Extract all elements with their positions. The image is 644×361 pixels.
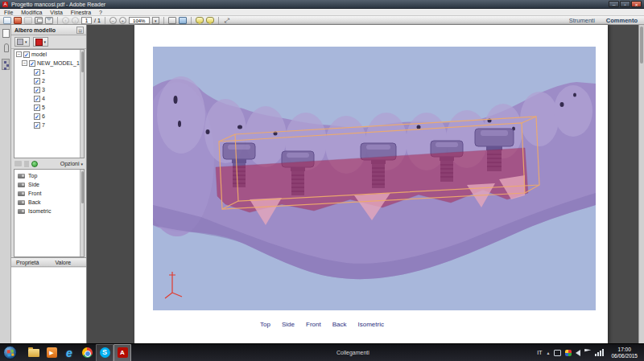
view-item-isometric[interactable]: Isometric	[14, 207, 84, 215]
tree-node-part[interactable]: ✓ 5	[14, 103, 84, 112]
trash-icon[interactable]	[24, 161, 29, 167]
menu-help[interactable]: ?	[99, 10, 102, 15]
tree-node-model[interactable]: − ✓ model	[14, 50, 84, 59]
media-player-taskbar-button[interactable]: ▶	[43, 344, 60, 361]
action-center-flag-icon[interactable]	[584, 349, 591, 356]
skype-taskbar-button[interactable]: S	[96, 344, 114, 361]
menu-finestra[interactable]: Finestra	[71, 10, 91, 15]
checkbox-checked-icon[interactable]: ✓	[34, 122, 40, 129]
panel-menu-icon[interactable]: ▤	[76, 27, 84, 34]
chevron-down-icon: ▾	[80, 162, 83, 166]
view-item-side[interactable]: Side	[14, 180, 84, 189]
checkbox-checked-icon[interactable]: ✓	[34, 69, 40, 76]
tree-node-part[interactable]: ✓ 2	[14, 76, 84, 85]
view-link-top[interactable]: Top	[260, 321, 270, 328]
security-tray-icon[interactable]	[565, 350, 572, 356]
display-tray-icon[interactable]	[554, 350, 561, 356]
shortcuts-toolbar-label[interactable]: Collegamenti	[336, 350, 369, 355]
title-bar[interactable]: A Progetto mancosi.pdf - Adobe Reader ─ …	[0, 0, 644, 9]
scrollbar-thumb[interactable]	[640, 27, 643, 64]
checkbox-checked-icon[interactable]: ✓	[34, 87, 40, 93]
tree-scrollbar[interactable]	[80, 50, 84, 158]
tree-node-part[interactable]: ✓ 3	[14, 85, 84, 94]
view-link-back[interactable]: Back	[332, 321, 347, 328]
explorer-taskbar-button[interactable]	[25, 344, 43, 361]
page-number-input[interactable]: 1	[81, 17, 92, 24]
checkbox-checked-icon[interactable]: ✓	[34, 78, 40, 84]
page-view-links: Top Side Front Back Isometric	[0, 321, 644, 328]
tree-node-part[interactable]: ✓ 6	[14, 112, 84, 121]
toolbar-right-group: Strumenti Commento	[569, 17, 638, 24]
zoom-level-input[interactable]: 104%	[129, 17, 150, 24]
volume-icon[interactable]	[576, 350, 580, 356]
open-file-icon[interactable]	[3, 17, 11, 24]
clock[interactable]: 17:00 06/06/2015	[608, 347, 641, 359]
menu-vista[interactable]: Vista	[50, 10, 62, 15]
create-pdf-icon[interactable]	[14, 17, 22, 24]
zoom-out-icon[interactable]: −	[109, 17, 117, 24]
menu-file[interactable]: File	[4, 10, 13, 15]
print-icon[interactable]	[35, 17, 43, 24]
3d-viewport[interactable]	[153, 47, 596, 310]
window-title: Progetto mancosi.pdf - Adobe Reader	[11, 2, 105, 7]
single-page-mode-icon[interactable]	[179, 17, 187, 24]
view-item-back[interactable]: Back	[14, 198, 84, 207]
next-page-icon[interactable]: ↓	[72, 17, 79, 24]
save-icon[interactable]	[24, 17, 32, 24]
properties-header: Proprietà Valore	[11, 257, 86, 267]
tree-node-part[interactable]: ✓ 1	[14, 68, 84, 76]
maximize-button[interactable]: ▫	[620, 1, 630, 7]
vertical-scrollbar[interactable]	[638, 25, 644, 343]
view-item-label: Back	[28, 199, 41, 205]
options-label: Opzioni	[60, 161, 80, 166]
scroll-mode-icon[interactable]	[168, 17, 176, 24]
hidden-icons-arrow[interactable]: ▲	[547, 351, 551, 355]
internet-explorer-taskbar-button[interactable]: e	[60, 344, 78, 361]
menu-modifica[interactable]: Modifica	[21, 10, 42, 15]
view-link-isometric[interactable]: Isometric	[357, 321, 383, 328]
adobe-reader-taskbar-button[interactable]: A	[114, 344, 131, 361]
checkbox-checked-icon[interactable]: ✓	[23, 51, 30, 58]
render-mode-button[interactable]: ▾	[14, 37, 30, 47]
checkbox-checked-icon[interactable]: ✓	[34, 113, 40, 120]
views-scrollbar[interactable]	[80, 170, 84, 256]
tree-node-part[interactable]: ✓ 4	[14, 94, 84, 103]
view-item-front[interactable]: Front	[14, 189, 84, 198]
model-tree-icon[interactable]	[2, 59, 10, 70]
sticky-note-icon[interactable]	[196, 17, 204, 23]
language-indicator[interactable]: IT	[537, 350, 542, 355]
checkbox-checked-icon[interactable]: ✓	[34, 105, 40, 111]
view-item-top[interactable]: Top	[14, 171, 84, 180]
commento-button[interactable]: Commento	[606, 17, 638, 24]
options-dropdown[interactable]: Opzioni ▾	[60, 161, 83, 166]
close-button[interactable]: ✕	[631, 1, 642, 7]
tree-node-label: 4	[42, 96, 45, 101]
zoom-dropdown-icon[interactable]: ▾	[152, 17, 159, 24]
attachments-icon[interactable]	[2, 43, 10, 52]
start-button[interactable]	[3, 346, 17, 359]
minimize-button[interactable]: ─	[609, 1, 619, 7]
expander-icon[interactable]: −	[22, 60, 27, 66]
expander-icon[interactable]: −	[16, 51, 22, 57]
zoom-in-icon[interactable]: +	[119, 17, 126, 24]
default-view-icon[interactable]	[31, 161, 38, 167]
view-link-side[interactable]: Side	[282, 321, 295, 328]
highlight-color-button[interactable]: ▾	[33, 37, 49, 47]
page-thumbnails-icon[interactable]	[2, 28, 10, 38]
dental-model-3d[interactable]	[153, 47, 596, 310]
view-link-front[interactable]: Front	[306, 321, 321, 328]
strumenti-button[interactable]: Strumenti	[569, 17, 595, 24]
chevron-down-icon: ▾	[25, 39, 27, 44]
checkbox-checked-icon[interactable]: ✓	[34, 96, 40, 102]
tree-node-part[interactable]: ✓ 7	[14, 121, 84, 129]
chrome-taskbar-button[interactable]	[78, 344, 96, 361]
previous-page-icon[interactable]: ↑	[62, 17, 69, 24]
highlight-comment-icon[interactable]	[206, 17, 214, 23]
tree-node-new-model[interactable]: − ✓ NEW_MODEL_1_23	[14, 59, 84, 68]
checkbox-checked-icon[interactable]: ✓	[29, 60, 35, 67]
email-icon[interactable]	[45, 17, 53, 24]
network-icon[interactable]	[595, 349, 604, 356]
camera-icon	[18, 191, 25, 196]
fullscreen-icon[interactable]: ⤢	[223, 17, 231, 24]
camera-icon[interactable]	[14, 161, 22, 166]
